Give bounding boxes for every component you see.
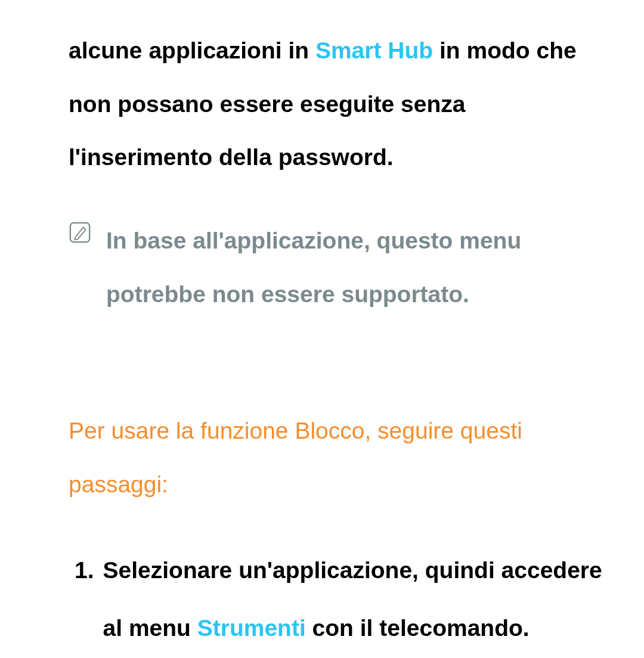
step-text-part2: con il telecomando.: [306, 615, 530, 641]
list-text: Selezionare un'applicazione, quindi acce…: [103, 541, 614, 657]
note-text: In base all'applicazione, questo menu po…: [106, 214, 614, 321]
smart-hub-link: Smart Hub: [315, 38, 433, 63]
note-block: In base all'applicazione, questo menu po…: [69, 214, 614, 321]
steps-list: 1. Selezionare un'applicazione, quindi a…: [69, 541, 614, 657]
strumenti-link: Strumenti: [197, 615, 306, 641]
list-item: 1. Selezionare un'applicazione, quindi a…: [69, 541, 614, 657]
intro-text-part1: alcune applicazioni in: [69, 38, 315, 63]
svg-rect-0: [70, 223, 89, 242]
list-number: 1.: [75, 541, 94, 600]
note-icon: [69, 221, 91, 246]
section-heading: Per usare la funzione Blocco, seguire qu…: [69, 404, 614, 511]
intro-paragraph: alcune applicazioni in Smart Hub in modo…: [69, 24, 614, 184]
